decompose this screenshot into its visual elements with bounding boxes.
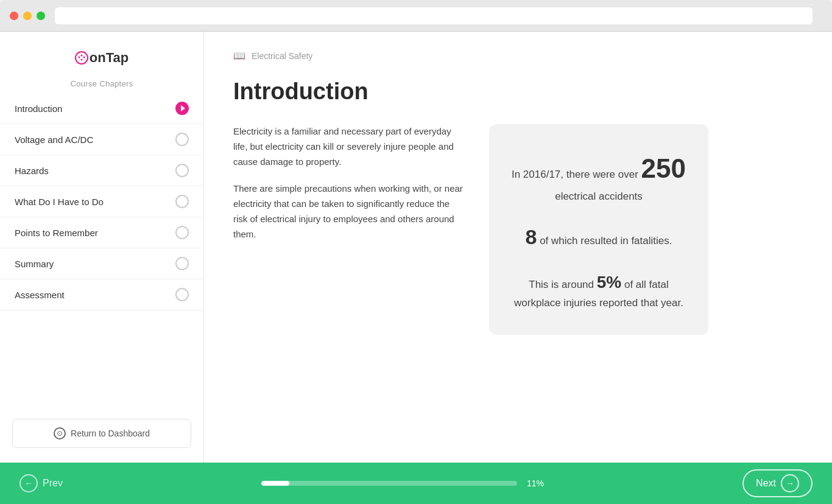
next-button[interactable]: Next → [742, 469, 813, 497]
stat1-pre: In 2016/17, there were over [512, 169, 638, 180]
sidebar-item-hazards[interactable]: Hazards [0, 155, 203, 186]
chapter-name-introduction: Introduction [15, 103, 62, 114]
stat1-number: 250 [641, 153, 686, 183]
progress-bar-background [261, 481, 517, 486]
chapter-name-hazards: Hazards [15, 166, 49, 176]
sidebar-item-introduction[interactable]: Introduction [0, 93, 203, 124]
chapter-inactive-icon [175, 257, 189, 270]
svg-point-2 [80, 55, 82, 57]
logo-area: onTap [0, 32, 203, 72]
chapter-inactive-icon [175, 226, 189, 239]
app-container: onTap Course Chapters IntroductionVoltag… [0, 32, 832, 463]
return-dashboard-area: ⊙ Return to Dashboard [0, 409, 203, 463]
stat3-number: 5% [597, 273, 621, 292]
stats-card: In 2016/17, there were over 250 electric… [489, 124, 708, 335]
stat2-post: of which resulted in fatalities. [540, 235, 672, 247]
sidebar-item-assessment[interactable]: Assessment [0, 279, 203, 310]
logo-text: onTap [90, 50, 129, 66]
sidebar-item-what-do-i-have-to-do[interactable]: What Do I Have to Do [0, 186, 203, 217]
next-circle-icon: → [781, 474, 799, 492]
paragraph-2: There are simple precautions when workin… [233, 181, 465, 242]
chapter-active-icon [175, 102, 189, 115]
book-icon: 📖 [233, 50, 245, 61]
return-to-dashboard-button[interactable]: ⊙ Return to Dashboard [12, 419, 191, 448]
progress-label: 11% [527, 478, 544, 488]
stat-block-2: 8 of which resulted in fatalities. [509, 222, 689, 253]
svg-point-1 [78, 57, 80, 58]
prev-button[interactable]: ← Prev [19, 474, 63, 492]
chapter-inactive-icon [175, 195, 189, 208]
chapter-name-points-to-remember: Points to Remember [15, 228, 98, 238]
svg-point-3 [83, 57, 85, 58]
stat-block-1: In 2016/17, there were over 250 electric… [509, 149, 689, 205]
chapter-name-assessment: Assessment [15, 290, 65, 300]
minimize-button[interactable] [23, 12, 32, 20]
text-column: Electricity is a familiar and necessary … [233, 124, 465, 254]
paragraph-1: Electricity is a familiar and necessary … [233, 124, 465, 169]
svg-point-0 [76, 52, 88, 64]
return-dashboard-label: Return to Dashboard [71, 429, 150, 438]
bottom-bar: ← Prev 11% Next → [0, 463, 832, 504]
course-chapters-label: Course Chapters [0, 72, 203, 93]
logo-icon [75, 51, 88, 65]
close-button[interactable] [10, 12, 18, 20]
chapter-name-summary: Summary [15, 259, 54, 269]
next-label: Next [756, 478, 776, 489]
main-content: 📖 Electrical Safety Introduction Electri… [204, 32, 832, 463]
breadcrumb: 📖 Electrical Safety [233, 50, 803, 61]
chapter-inactive-icon [175, 288, 189, 301]
breadcrumb-text: Electrical Safety [252, 51, 312, 61]
sidebar-item-voltage-ac-dc[interactable]: Voltage and AC/DC [0, 124, 203, 155]
return-icon: ⊙ [54, 427, 66, 439]
stat1-post: electrical accidents [555, 191, 643, 202]
sidebar-item-summary[interactable]: Summary [0, 248, 203, 279]
stat3-pre: This is around [529, 279, 594, 290]
progress-area: 11% [63, 478, 742, 488]
traffic-lights [10, 12, 45, 20]
chapter-name-voltage-ac-dc: Voltage and AC/DC [15, 135, 93, 145]
prev-circle-icon: ← [19, 474, 38, 492]
sidebar: onTap Course Chapters IntroductionVoltag… [0, 32, 204, 463]
content-columns: Electricity is a familiar and necessary … [233, 124, 803, 335]
chapter-list: IntroductionVoltage and AC/DCHazardsWhat… [0, 93, 203, 409]
page-title: Introduction [233, 79, 803, 105]
prev-label: Prev [43, 478, 63, 489]
chapter-inactive-icon [175, 164, 189, 177]
sidebar-item-points-to-remember[interactable]: Points to Remember [0, 217, 203, 248]
progress-bar-fill [261, 481, 289, 486]
chapter-inactive-icon [175, 133, 189, 146]
address-bar[interactable] [55, 7, 813, 24]
stat2-number: 8 [526, 225, 537, 248]
window-chrome [0, 0, 832, 32]
stat-block-3: This is around 5% of all fatal workplace… [509, 270, 689, 311]
chapter-name-what-do-i-have-to-do: What Do I Have to Do [15, 197, 104, 207]
svg-point-4 [80, 59, 82, 61]
maximize-button[interactable] [37, 12, 45, 20]
